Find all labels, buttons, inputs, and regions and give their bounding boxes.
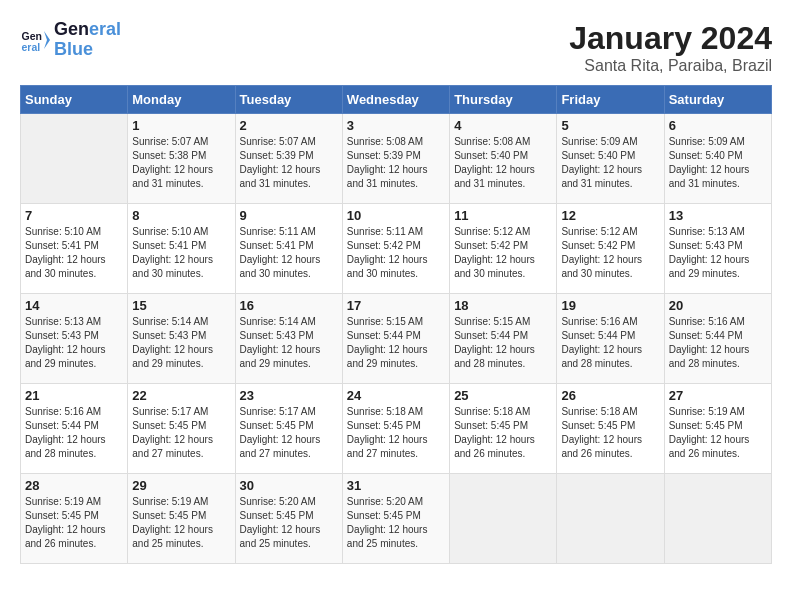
logo-text-line1: General [54,20,121,40]
logo-icon: Gen eral [20,25,50,55]
calendar-cell: 3 Sunrise: 5:08 AM Sunset: 5:39 PM Dayli… [342,114,449,204]
day-number: 27 [669,388,767,403]
day-number: 15 [132,298,230,313]
calendar-cell: 25 Sunrise: 5:18 AM Sunset: 5:45 PM Dayl… [450,384,557,474]
day-info: Sunrise: 5:13 AM Sunset: 5:43 PM Dayligh… [669,225,767,281]
header-day-sunday: Sunday [21,86,128,114]
day-number: 12 [561,208,659,223]
calendar-header: SundayMondayTuesdayWednesdayThursdayFrid… [21,86,772,114]
calendar-cell: 4 Sunrise: 5:08 AM Sunset: 5:40 PM Dayli… [450,114,557,204]
title-area: January 2024 Santa Rita, Paraiba, Brazil [569,20,772,75]
day-number: 19 [561,298,659,313]
calendar-cell: 9 Sunrise: 5:11 AM Sunset: 5:41 PM Dayli… [235,204,342,294]
week-row-1: 7 Sunrise: 5:10 AM Sunset: 5:41 PM Dayli… [21,204,772,294]
day-info: Sunrise: 5:18 AM Sunset: 5:45 PM Dayligh… [347,405,445,461]
calendar-cell: 14 Sunrise: 5:13 AM Sunset: 5:43 PM Dayl… [21,294,128,384]
day-info: Sunrise: 5:15 AM Sunset: 5:44 PM Dayligh… [454,315,552,371]
page-header: Gen eral General Blue January 2024 Santa… [20,20,772,75]
day-number: 6 [669,118,767,133]
day-number: 3 [347,118,445,133]
day-info: Sunrise: 5:17 AM Sunset: 5:45 PM Dayligh… [132,405,230,461]
header-day-monday: Monday [128,86,235,114]
calendar-cell: 31 Sunrise: 5:20 AM Sunset: 5:45 PM Dayl… [342,474,449,564]
day-number: 5 [561,118,659,133]
calendar-cell: 6 Sunrise: 5:09 AM Sunset: 5:40 PM Dayli… [664,114,771,204]
day-info: Sunrise: 5:15 AM Sunset: 5:44 PM Dayligh… [347,315,445,371]
day-number: 9 [240,208,338,223]
day-info: Sunrise: 5:18 AM Sunset: 5:45 PM Dayligh… [454,405,552,461]
day-number: 30 [240,478,338,493]
day-number: 16 [240,298,338,313]
day-info: Sunrise: 5:19 AM Sunset: 5:45 PM Dayligh… [25,495,123,551]
day-number: 4 [454,118,552,133]
calendar-cell: 21 Sunrise: 5:16 AM Sunset: 5:44 PM Dayl… [21,384,128,474]
day-number: 29 [132,478,230,493]
header-row: SundayMondayTuesdayWednesdayThursdayFrid… [21,86,772,114]
day-number: 25 [454,388,552,403]
day-number: 2 [240,118,338,133]
calendar-cell [664,474,771,564]
calendar-cell: 17 Sunrise: 5:15 AM Sunset: 5:44 PM Dayl… [342,294,449,384]
day-number: 31 [347,478,445,493]
header-day-thursday: Thursday [450,86,557,114]
day-info: Sunrise: 5:14 AM Sunset: 5:43 PM Dayligh… [132,315,230,371]
calendar-cell: 13 Sunrise: 5:13 AM Sunset: 5:43 PM Dayl… [664,204,771,294]
day-info: Sunrise: 5:18 AM Sunset: 5:45 PM Dayligh… [561,405,659,461]
day-number: 18 [454,298,552,313]
calendar-cell: 5 Sunrise: 5:09 AM Sunset: 5:40 PM Dayli… [557,114,664,204]
day-info: Sunrise: 5:07 AM Sunset: 5:38 PM Dayligh… [132,135,230,191]
svg-marker-2 [44,31,50,49]
day-info: Sunrise: 5:16 AM Sunset: 5:44 PM Dayligh… [25,405,123,461]
logo-text-line2: Blue [54,40,121,60]
week-row-0: 1 Sunrise: 5:07 AM Sunset: 5:38 PM Dayli… [21,114,772,204]
calendar-cell: 10 Sunrise: 5:11 AM Sunset: 5:42 PM Dayl… [342,204,449,294]
calendar-cell: 16 Sunrise: 5:14 AM Sunset: 5:43 PM Dayl… [235,294,342,384]
day-info: Sunrise: 5:20 AM Sunset: 5:45 PM Dayligh… [347,495,445,551]
logo: Gen eral General Blue [20,20,121,60]
day-number: 22 [132,388,230,403]
calendar-cell [450,474,557,564]
svg-text:eral: eral [22,40,41,52]
day-info: Sunrise: 5:14 AM Sunset: 5:43 PM Dayligh… [240,315,338,371]
calendar-cell: 27 Sunrise: 5:19 AM Sunset: 5:45 PM Dayl… [664,384,771,474]
calendar-cell: 1 Sunrise: 5:07 AM Sunset: 5:38 PM Dayli… [128,114,235,204]
calendar-cell: 20 Sunrise: 5:16 AM Sunset: 5:44 PM Dayl… [664,294,771,384]
week-row-3: 21 Sunrise: 5:16 AM Sunset: 5:44 PM Dayl… [21,384,772,474]
day-info: Sunrise: 5:09 AM Sunset: 5:40 PM Dayligh… [669,135,767,191]
day-info: Sunrise: 5:10 AM Sunset: 5:41 PM Dayligh… [25,225,123,281]
calendar-cell: 23 Sunrise: 5:17 AM Sunset: 5:45 PM Dayl… [235,384,342,474]
day-info: Sunrise: 5:16 AM Sunset: 5:44 PM Dayligh… [669,315,767,371]
calendar-cell: 15 Sunrise: 5:14 AM Sunset: 5:43 PM Dayl… [128,294,235,384]
day-number: 21 [25,388,123,403]
day-info: Sunrise: 5:10 AM Sunset: 5:41 PM Dayligh… [132,225,230,281]
day-number: 23 [240,388,338,403]
day-number: 8 [132,208,230,223]
calendar-cell: 24 Sunrise: 5:18 AM Sunset: 5:45 PM Dayl… [342,384,449,474]
day-info: Sunrise: 5:11 AM Sunset: 5:41 PM Dayligh… [240,225,338,281]
day-info: Sunrise: 5:09 AM Sunset: 5:40 PM Dayligh… [561,135,659,191]
day-info: Sunrise: 5:19 AM Sunset: 5:45 PM Dayligh… [669,405,767,461]
day-number: 28 [25,478,123,493]
calendar-cell: 7 Sunrise: 5:10 AM Sunset: 5:41 PM Dayli… [21,204,128,294]
calendar-cell: 8 Sunrise: 5:10 AM Sunset: 5:41 PM Dayli… [128,204,235,294]
day-number: 17 [347,298,445,313]
day-number: 10 [347,208,445,223]
day-info: Sunrise: 5:11 AM Sunset: 5:42 PM Dayligh… [347,225,445,281]
calendar-cell [557,474,664,564]
calendar-table: SundayMondayTuesdayWednesdayThursdayFrid… [20,85,772,564]
calendar-cell: 26 Sunrise: 5:18 AM Sunset: 5:45 PM Dayl… [557,384,664,474]
month-title: January 2024 [569,20,772,57]
calendar-cell: 22 Sunrise: 5:17 AM Sunset: 5:45 PM Dayl… [128,384,235,474]
day-number: 20 [669,298,767,313]
day-info: Sunrise: 5:20 AM Sunset: 5:45 PM Dayligh… [240,495,338,551]
day-number: 11 [454,208,552,223]
header-day-friday: Friday [557,86,664,114]
calendar-cell: 28 Sunrise: 5:19 AM Sunset: 5:45 PM Dayl… [21,474,128,564]
calendar-cell: 29 Sunrise: 5:19 AM Sunset: 5:45 PM Dayl… [128,474,235,564]
calendar-body: 1 Sunrise: 5:07 AM Sunset: 5:38 PM Dayli… [21,114,772,564]
day-info: Sunrise: 5:17 AM Sunset: 5:45 PM Dayligh… [240,405,338,461]
header-day-saturday: Saturday [664,86,771,114]
day-info: Sunrise: 5:19 AM Sunset: 5:45 PM Dayligh… [132,495,230,551]
day-info: Sunrise: 5:13 AM Sunset: 5:43 PM Dayligh… [25,315,123,371]
day-info: Sunrise: 5:08 AM Sunset: 5:39 PM Dayligh… [347,135,445,191]
